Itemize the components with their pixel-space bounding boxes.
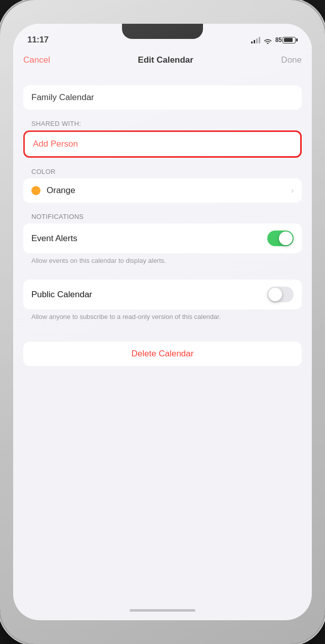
add-person-card[interactable]: Add Person <box>23 130 302 158</box>
status-time: 11:17 <box>27 35 49 45</box>
delete-calendar-button[interactable]: Delete Calendar <box>23 342 302 366</box>
toggle-thumb-on <box>279 232 293 245</box>
chevron-right-icon: › <box>291 186 294 195</box>
event-alerts-label: Event Alerts <box>31 234 267 244</box>
event-alerts-description: Allow events on this calendar to display… <box>13 253 312 265</box>
public-calendar-label: Public Calendar <box>31 290 267 300</box>
cancel-button[interactable]: Cancel <box>23 55 50 65</box>
calendar-name-card <box>23 85 302 110</box>
battery-fill <box>284 38 293 42</box>
color-card: Orange › <box>23 178 302 203</box>
color-dot <box>31 186 40 195</box>
color-section-label: COLOR <box>13 168 312 178</box>
status-icons: 85 <box>251 36 298 43</box>
public-calendar-toggle[interactable] <box>267 287 294 302</box>
wifi-icon <box>264 37 272 43</box>
color-name: Orange <box>47 186 291 196</box>
screen: 11:17 85 <box>13 24 312 620</box>
home-indicator <box>13 600 312 620</box>
battery-body <box>282 37 296 43</box>
delete-calendar-card[interactable]: Delete Calendar <box>23 342 302 366</box>
battery-icon: 85 <box>275 36 298 43</box>
notch <box>122 24 203 39</box>
home-bar <box>130 609 195 612</box>
calendar-name-input[interactable] <box>31 93 294 103</box>
notifications-label: NOTIFICATIONS <box>13 213 312 223</box>
event-alerts-toggle[interactable] <box>267 231 294 246</box>
page-title: Edit Calendar <box>138 55 193 65</box>
content-area: SHARED WITH: Add Person COLOR Orange › N… <box>13 70 312 600</box>
battery-tip <box>296 38 298 41</box>
done-button[interactable]: Done <box>281 55 302 65</box>
notifications-card: Event Alerts <box>23 223 302 253</box>
nav-bar: Cancel Edit Calendar Done <box>13 50 312 70</box>
public-calendar-description: Allow anyone to subscribe to a read-only… <box>13 309 312 321</box>
battery-percentage: 85 <box>275 36 282 43</box>
public-calendar-card: Public Calendar <box>23 280 302 309</box>
shared-with-label: SHARED WITH: <box>13 120 312 130</box>
phone-frame: 11:17 85 <box>0 0 325 644</box>
add-person-button[interactable]: Add Person <box>25 132 300 156</box>
signal-icon <box>251 36 260 43</box>
toggle-thumb-off <box>268 288 282 301</box>
